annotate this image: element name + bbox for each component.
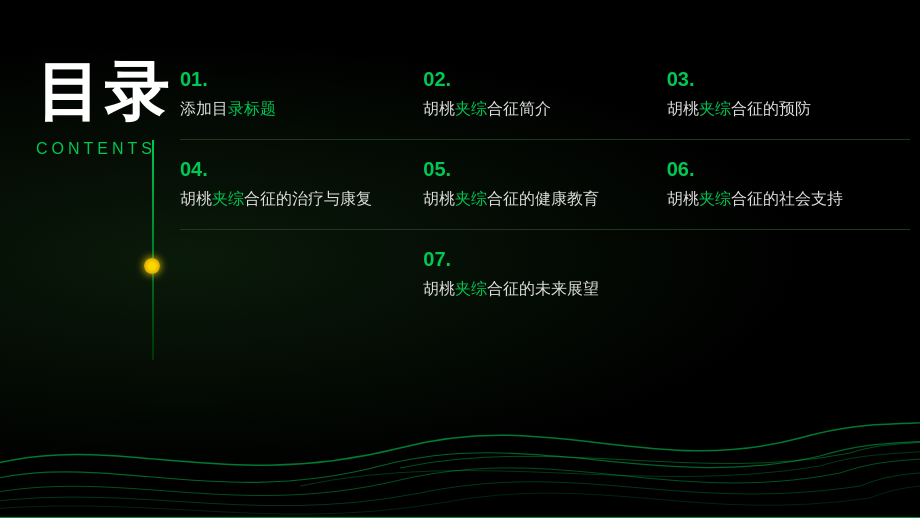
item-06-number: 06.	[667, 158, 898, 181]
grid-row-1: 01. 添加目录标题 02. 胡桃夹综合征简介 03. 胡桃夹综合征的预防	[180, 50, 910, 139]
grid-row-3: 07. 胡桃夹综合征的未来展望	[180, 230, 910, 319]
vertical-line	[152, 140, 154, 360]
wave-decoration	[0, 318, 920, 518]
item-07-placeholder	[667, 230, 910, 319]
item-06: 06. 胡桃夹综合征的社会支持	[667, 140, 910, 229]
grid-row-2: 04. 胡桃夹综合征的治疗与康复 05. 胡桃夹综合征的健康教育 06. 胡桃夹…	[180, 140, 910, 229]
item-03-title: 胡桃夹综合征的预防	[667, 97, 898, 121]
item-05-number: 05.	[423, 158, 654, 181]
content-grid: 01. 添加目录标题 02. 胡桃夹综合征简介 03. 胡桃夹综合征的预防 04…	[180, 50, 910, 319]
item-07-number: 07.	[423, 248, 654, 271]
item-01-title: 添加目录标题	[180, 97, 411, 121]
item-01-number: 01.	[180, 68, 411, 91]
item-07	[180, 230, 423, 319]
item-05: 05. 胡桃夹综合征的健康教育	[423, 140, 666, 229]
item-06-title: 胡桃夹综合征的社会支持	[667, 187, 898, 211]
item-04-number: 04.	[180, 158, 411, 181]
item-02-number: 02.	[423, 68, 654, 91]
item-03-number: 03.	[667, 68, 898, 91]
item-02: 02. 胡桃夹综合征简介	[423, 50, 666, 139]
main-title: 目录	[36, 60, 172, 124]
item-07-content: 07. 胡桃夹综合征的未来展望	[423, 230, 666, 319]
item-04-title: 胡桃夹综合征的治疗与康复	[180, 187, 411, 211]
item-04: 04. 胡桃夹综合征的治疗与康复	[180, 140, 423, 229]
item-05-title: 胡桃夹综合征的健康教育	[423, 187, 654, 211]
item-03: 03. 胡桃夹综合征的预防	[667, 50, 910, 139]
item-07-title: 胡桃夹综合征的未来展望	[423, 277, 654, 301]
timeline-dot	[144, 258, 160, 274]
item-02-title: 胡桃夹综合征简介	[423, 97, 654, 121]
item-01: 01. 添加目录标题	[180, 50, 423, 139]
